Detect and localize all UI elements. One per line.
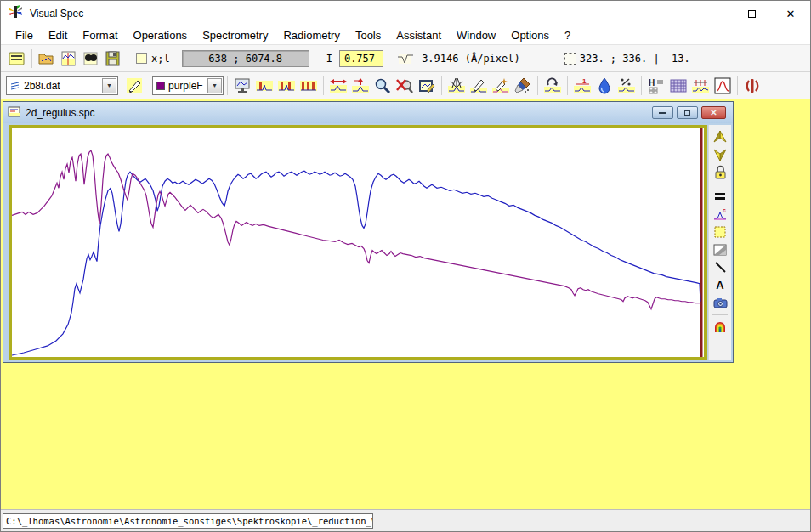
workspace: 2d_regulus.spc ✕	[1, 99, 810, 511]
close-icon[interactable]: ✕	[701, 106, 726, 119]
dispersion-value: -3.9146 (Å/pixel)	[416, 53, 520, 65]
arrow-up-icon[interactable]	[711, 127, 729, 145]
minimize-icon[interactable]	[652, 106, 673, 119]
svg-text:c: c	[723, 207, 726, 213]
element-lines-icon[interactable]: H	[645, 75, 667, 97]
display-icon[interactable]	[231, 75, 253, 97]
menu-window[interactable]: Window	[449, 27, 503, 43]
spectrum-combo-icon	[10, 78, 20, 93]
selection-icon	[564, 53, 576, 65]
equals-icon[interactable]	[711, 187, 729, 205]
camera-icon[interactable]	[711, 294, 729, 312]
dispersion-icon	[397, 48, 414, 70]
spectrum-curve-purple	[12, 150, 701, 309]
document-side-toolbar: c A	[708, 125, 731, 360]
spectrum-curve-blue	[12, 171, 700, 355]
chevron-down-icon[interactable]: ▼	[207, 78, 222, 93]
coords-display: 638 ; 6074.8	[182, 50, 309, 67]
maximize-icon[interactable]	[732, 1, 771, 26]
profile-single-icon[interactable]	[253, 75, 275, 97]
intensity-label: I	[326, 53, 332, 65]
spectrum-canvas	[12, 128, 704, 357]
document-title: 2d_regulus.spc	[26, 107, 94, 119]
menu-spectrometry[interactable]: Spectrometry	[195, 27, 275, 43]
profile-triple-icon[interactable]	[298, 75, 320, 97]
unzoom-icon[interactable]	[394, 75, 416, 97]
svg-text:1: 1	[582, 77, 587, 85]
statusbar: C:\_Thomas\Astronomie\Astronomie_sonstig…	[1, 509, 810, 531]
menu-tools[interactable]: Tools	[348, 27, 388, 43]
visual-spec-window: Visual Spec ✕ File Edit Format Operation…	[0, 0, 811, 532]
menu-assistant[interactable]: Assistant	[388, 27, 449, 43]
line-tool-icon[interactable]	[711, 258, 729, 276]
copy-chart-icon[interactable]: c	[711, 205, 729, 223]
restore-icon[interactable]	[677, 106, 698, 119]
window-titlebar[interactable]: Visual Spec ✕	[1, 1, 810, 26]
undo-curve-icon[interactable]	[542, 75, 564, 97]
menu-format[interactable]: Format	[75, 27, 125, 43]
file-combo[interactable]: 2b8i.dat ▼	[6, 76, 118, 95]
arrow-down-icon[interactable]	[711, 145, 729, 163]
close-icon[interactable]: ✕	[771, 1, 810, 26]
menu-help[interactable]: ?	[557, 27, 578, 43]
intensity-field[interactable]: 0.757	[339, 50, 383, 67]
document-icon	[8, 105, 20, 121]
toolbar-tools: 2b8i.dat ▼ purpleF ▼	[1, 72, 810, 99]
text-tool-icon[interactable]: A	[711, 276, 729, 294]
series-combo-value: purpleF	[168, 80, 203, 92]
selection-value: 323. ; 336. | 13.	[580, 53, 690, 65]
plot-right-marker	[700, 128, 703, 357]
appel-icon[interactable]	[741, 75, 763, 97]
svg-text:H: H	[649, 78, 655, 88]
pencil-new-icon[interactable]	[490, 75, 512, 97]
lock-icon[interactable]	[711, 163, 729, 181]
session-icon[interactable]	[6, 48, 28, 70]
palette-icon[interactable]	[711, 318, 729, 336]
periodic-table-icon[interactable]	[667, 75, 689, 97]
stretch-horizontal-icon[interactable]	[327, 75, 349, 97]
window-title: Visual Spec	[30, 8, 83, 20]
hairline-icon[interactable]	[445, 75, 468, 97]
stretch-vertical-icon[interactable]	[349, 75, 371, 97]
toolbar-main: x;l 638 ; 6074.8 I 0.757 -3.9146 (Å/pixe…	[1, 45, 810, 72]
gaussian-fit-icon[interactable]	[712, 75, 734, 97]
pencil-icon[interactable]	[468, 75, 490, 97]
brush-icon[interactable]	[512, 75, 534, 97]
menu-edit[interactable]: Edit	[41, 27, 75, 43]
status-file-path: C:\_Thomas\Astronomie\Astronomie_sonstig…	[3, 513, 373, 529]
series-color-swatch	[156, 82, 165, 90]
coords-checkbox[interactable]	[136, 53, 147, 64]
browse-icon[interactable]	[80, 48, 102, 70]
profile-double-icon[interactable]	[275, 75, 298, 97]
coords-checkbox-label: x;l	[151, 53, 170, 65]
minimize-icon[interactable]	[693, 1, 732, 26]
dashed-fill-icon[interactable]	[711, 223, 729, 241]
menu-options[interactable]: Options	[503, 27, 557, 43]
page-display-icon[interactable]	[58, 48, 80, 70]
spectrum-plot[interactable]	[9, 125, 707, 360]
calibration-icon[interactable]	[689, 75, 712, 97]
menu-operations[interactable]: Operations	[126, 27, 196, 43]
zoom-icon[interactable]	[371, 75, 394, 97]
divide-icon[interactable]	[615, 75, 638, 97]
menu-radiometry[interactable]: Radiometry	[275, 27, 347, 43]
document-titlebar[interactable]: 2d_regulus.spc ✕	[3, 102, 733, 123]
open-file-icon[interactable]	[36, 48, 58, 70]
gradient-icon[interactable]	[711, 241, 729, 258]
menubar: File Edit Format Operations Spectrometry…	[1, 26, 810, 45]
edit-window-icon[interactable]	[416, 75, 438, 97]
water-drop-icon[interactable]	[593, 75, 615, 97]
document-window[interactable]: 2d_regulus.spc ✕	[3, 101, 734, 363]
save-icon[interactable]	[102, 48, 124, 70]
chevron-down-icon[interactable]: ▼	[102, 78, 116, 93]
menu-file[interactable]: File	[8, 27, 41, 43]
series-combo[interactable]: purpleF ▼	[152, 76, 224, 95]
file-combo-value: 2b8i.dat	[24, 80, 98, 92]
normalize-icon[interactable]: 1	[571, 75, 593, 97]
app-logo-icon	[9, 5, 23, 22]
edit-hand-icon[interactable]	[123, 75, 145, 97]
